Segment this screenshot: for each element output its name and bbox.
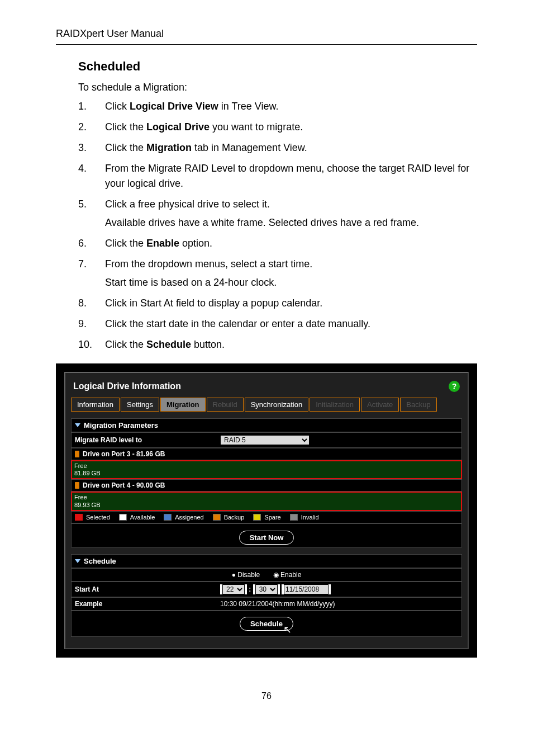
tab-backup: Backup <box>400 398 436 412</box>
step-item: 5.Click a free physical drive to select … <box>78 197 477 230</box>
drive4-title: Drive on Port 4 - 90.00 GB <box>83 481 165 489</box>
example-label: Example <box>75 600 220 608</box>
tab-synchronization[interactable]: Synchronization <box>245 398 309 412</box>
ui-screenshot: Logical Drive Information ? InformationS… <box>56 363 477 658</box>
step-item: 3.Click the Migration tab in Management … <box>78 140 477 155</box>
page-number: 76 <box>56 691 477 701</box>
drive3-header: Drive on Port 3 - 81.96 GB <box>71 448 462 460</box>
drive-icon <box>75 482 79 489</box>
step-item: 1.Click Logical Drive View in Tree View. <box>78 99 477 114</box>
example-value: 10:30 09/21/2004(hh:mm MM/dd/yyyy) <box>220 600 458 608</box>
minute-select[interactable]: 30 <box>255 584 278 594</box>
date-input[interactable] <box>284 584 329 594</box>
migrate-raid-select[interactable]: RAID 5 <box>220 435 310 445</box>
group2-label: Schedule <box>84 557 116 565</box>
legend-label: Spare <box>264 514 280 521</box>
step-item: 10.Click the Schedule button. <box>78 337 477 352</box>
start-now-area: Start Now <box>71 523 462 547</box>
chevron-down-icon <box>75 423 80 427</box>
start-now-button[interactable]: Start Now <box>239 531 294 545</box>
legend-swatch <box>119 514 127 521</box>
help-icon[interactable]: ? <box>449 381 460 392</box>
tab-information[interactable]: Information <box>71 398 120 412</box>
chevron-down-icon <box>75 559 80 563</box>
intro-text: To schedule a Migration: <box>78 82 477 93</box>
section-title: Scheduled <box>78 59 477 74</box>
legend-swatch <box>164 514 172 521</box>
tab-rebuild: Rebuild <box>207 398 244 412</box>
enable-radio[interactable]: ◉ Enable <box>273 571 302 579</box>
step-item: 6.Click the Enable option. <box>78 236 477 251</box>
legend-swatch <box>213 514 221 521</box>
hour-select[interactable]: 22 <box>222 584 245 594</box>
drive-icon <box>75 451 79 457</box>
cursor-icon: ↖ <box>283 623 292 636</box>
step-item: 4.From the Migrate RAID Level to dropdow… <box>78 161 477 191</box>
tab-migration[interactable]: Migration <box>160 398 206 412</box>
step-item: 2.Click the Logical Drive you want to mi… <box>78 120 477 135</box>
drive4-header: Drive on Port 4 - 90.00 GB <box>71 479 462 492</box>
tab-settings[interactable]: Settings <box>121 398 159 412</box>
group1-label: Migration Parameters <box>84 421 158 429</box>
migrate-label: Migrate RAID level to <box>75 436 220 444</box>
tab-activate: Activate <box>361 398 399 412</box>
legend: SelectedAvailableAssigenedBackupSpareInv… <box>71 511 462 523</box>
migrate-row: Migrate RAID level to RAID 5 <box>71 432 462 448</box>
legend-swatch <box>75 514 83 521</box>
legend-label: Selected <box>86 514 110 521</box>
page-header: RAIDXpert User Manual <box>56 28 477 45</box>
legend-swatch <box>290 514 298 521</box>
drive3-title: Drive on Port 3 - 81.96 GB <box>83 450 165 458</box>
steps-list: 1.Click Logical Drive View in Tree View.… <box>78 99 477 352</box>
enable-disable-row: ● Disable ◉ Enable <box>71 568 462 582</box>
tab-strip: InformationSettingsMigrationRebuildSynch… <box>71 398 462 412</box>
drive3-status: Free <box>74 462 459 470</box>
step-item: 9.Click the start date in the calendar o… <box>78 316 477 332</box>
ui-title: Logical Drive Information <box>73 381 181 391</box>
legend-label: Invalid <box>301 514 319 521</box>
step-item: 7.From the dropdown menus, select a star… <box>78 257 477 290</box>
drive4-size: 89.93 GB <box>74 502 459 509</box>
step-item: 8.Click in Start At field to display a p… <box>78 296 477 311</box>
drive3-size: 81.89 GB <box>74 470 459 477</box>
example-row: Example 10:30 09/21/2004(hh:mm MM/dd/yyy… <box>71 597 462 611</box>
tab-initialization: Initialization <box>310 398 360 412</box>
group-migration-params: Migration Parameters <box>71 418 462 432</box>
drive4-status: Free <box>74 494 459 501</box>
start-at-label: Start At <box>75 585 220 593</box>
drive3-box[interactable]: Free 81.89 GB <box>71 460 462 479</box>
disable-radio[interactable]: ● Disable <box>232 571 260 579</box>
start-at-row: Start At 22 : 30 <box>71 582 462 597</box>
legend-swatch <box>253 514 261 521</box>
drive4-box[interactable]: Free 89.93 GB <box>71 492 462 511</box>
legend-label: Backup <box>224 514 245 521</box>
group-schedule: Schedule <box>71 554 462 568</box>
legend-label: Assigened <box>175 514 203 521</box>
legend-label: Available <box>130 514 155 521</box>
schedule-button-area: Schedule ↖ <box>71 611 462 637</box>
